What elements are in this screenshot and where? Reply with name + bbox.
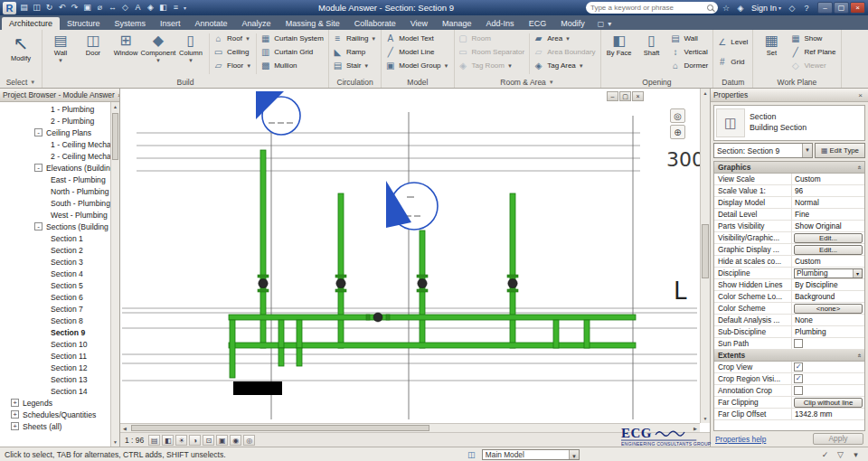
revit-app-button[interactable]: R <box>3 2 16 14</box>
search-icon[interactable] <box>707 5 713 11</box>
ribbon-button[interactable]: ◈ Tag Room ▼ <box>457 59 528 72</box>
property-value[interactable]: None <box>794 315 813 325</box>
tree-item[interactable]: Section 8 <box>0 315 119 326</box>
property-value[interactable]: Plumbing <box>794 327 826 336</box>
tree-item[interactable]: - Sections (Building Section) <box>0 221 119 232</box>
search-input[interactable] <box>590 4 704 12</box>
type-selector[interactable]: ◫ Section Building Section <box>713 105 865 141</box>
aligned-dimension-icon[interactable]: ↔ <box>107 2 118 14</box>
temporary-hide-icon[interactable]: ◉ <box>230 435 241 446</box>
tree-item[interactable]: + Legends <box>0 397 119 409</box>
scrollbar-thumb[interactable] <box>112 113 118 160</box>
scroll-down-icon[interactable]: ▼ <box>111 437 119 447</box>
plumbing-pipes[interactable] <box>229 150 636 378</box>
open-icon[interactable]: ▤ <box>18 2 30 14</box>
view-minimize-button[interactable]: – <box>607 91 618 101</box>
select-options-icon[interactable]: ▾ <box>850 450 862 459</box>
properties-title[interactable]: Properties× <box>711 89 868 102</box>
ribbon-button[interactable]: ↕ Vertical <box>669 45 712 59</box>
property-value[interactable]: Fine <box>794 210 809 219</box>
tree-item[interactable]: Section 14 <box>0 385 119 397</box>
editable-only-icon[interactable]: ✓ <box>819 450 831 459</box>
shadows-icon[interactable]: ◑ <box>189 435 201 446</box>
filled-region[interactable] <box>233 381 282 395</box>
tree-expander-icon[interactable]: - <box>34 222 42 230</box>
ribbon-button[interactable]: ▦ Curtain System <box>259 32 326 45</box>
tree-expander-icon[interactable]: - <box>34 164 42 172</box>
ribbon-button[interactable]: ▯ Shaft <box>636 32 668 57</box>
ribbon-tab[interactable]: Add-Ins <box>479 17 522 30</box>
view-scale-button[interactable]: 1 : 96 <box>125 436 144 445</box>
property-value-button[interactable]: Clip without line <box>794 398 863 408</box>
collapse-icon[interactable]: « <box>854 353 863 357</box>
tree-item[interactable]: East - Plumbing <box>0 174 119 185</box>
tree-expander-icon[interactable]: + <box>11 399 19 407</box>
tree-item[interactable]: South - Plumbing <box>0 197 119 209</box>
ribbon-tab[interactable]: Manage <box>435 17 479 30</box>
tree-item[interactable]: Section 9 <box>0 326 119 338</box>
select-panel-label[interactable]: Select▼ <box>0 76 42 88</box>
tree-item[interactable]: Section 3 <box>0 256 119 268</box>
property-checkbox[interactable] <box>794 339 803 348</box>
property-value-dropdown[interactable]: Plumbing <box>794 268 863 278</box>
property-checkbox[interactable]: ✓ <box>794 374 803 383</box>
tree-item[interactable]: + Sheets (all) <box>0 420 119 432</box>
undo-icon[interactable]: ↶ <box>56 2 68 14</box>
modify-button[interactable]: ↖ Modify <box>2 32 40 62</box>
edit-type-button[interactable]: ▦ Edit Type <box>815 143 865 158</box>
thin-lines-icon[interactable]: ≡ <box>170 2 182 14</box>
ribbon-button[interactable]: ◣ Ramp <box>331 45 379 59</box>
property-value[interactable]: 1342.8 mm <box>794 409 833 419</box>
ribbon-button[interactable]: ▯ Column ▼ <box>175 32 207 64</box>
ribbon-button[interactable]: ▥ Curtain Grid <box>259 45 326 59</box>
ribbon-button[interactable]: ▩ Mullion <box>259 59 326 72</box>
tree-expander-icon[interactable]: + <box>11 422 19 430</box>
ribbon-button[interactable]: A Model Text <box>383 32 451 45</box>
ribbon-tab[interactable]: ECG <box>522 17 554 30</box>
help-icon[interactable]: ? <box>800 4 813 13</box>
properties-help-link[interactable]: Properties help <box>715 435 766 444</box>
element-selector-dropdown[interactable]: Section: Section 9 ▼ <box>713 143 813 158</box>
ribbon-button[interactable]: ◫ Door <box>77 32 109 64</box>
property-value[interactable]: Background <box>794 292 835 301</box>
tree-item[interactable]: + Schedules/Quantities <box>0 409 119 420</box>
section-marker-middle[interactable] <box>386 181 438 230</box>
collapse-icon[interactable]: « <box>854 165 863 169</box>
dimension-text[interactable]: 300 <box>666 148 700 171</box>
tree-item[interactable]: North - Plumbing <box>0 185 119 197</box>
browser-scrollbar[interactable]: ▲ ▼ <box>110 102 119 447</box>
property-value[interactable]: 96 <box>794 186 803 195</box>
ribbon-button[interactable]: ▭ Ceiling <box>212 45 254 59</box>
group-header-graphics[interactable]: Graphics« <box>714 162 864 174</box>
ribbon-button[interactable]: ⌂ Dormer <box>669 59 712 72</box>
tag-icon[interactable]: ◇ <box>119 2 131 14</box>
close-icon[interactable]: × <box>855 91 865 99</box>
property-value-button[interactable]: Edit... <box>794 233 863 243</box>
ribbon-tab[interactable]: Analyze <box>235 17 278 30</box>
ribbon-tab[interactable]: Architecture <box>2 17 60 30</box>
ribbon-tab[interactable]: Structure <box>60 17 108 30</box>
worksets-icon[interactable]: ◫ <box>466 450 477 459</box>
tree-item[interactable]: Section 13 <box>0 373 119 385</box>
redo-icon[interactable]: ↷ <box>69 2 80 14</box>
property-value[interactable]: Custom <box>794 174 821 183</box>
property-checkbox[interactable]: ✓ <box>794 362 803 372</box>
tree-item[interactable]: Section 1 <box>0 232 119 244</box>
ribbon-button[interactable]: ◧ By Face <box>603 32 636 57</box>
property-value[interactable]: Normal <box>794 198 819 207</box>
tree-item[interactable]: Section 5 <box>0 279 119 291</box>
tree-item[interactable]: 2 - Plumbing <box>0 115 119 127</box>
panel-toggle-icon[interactable]: ▢ <box>598 20 605 28</box>
favorites-icon[interactable]: ☆ <box>720 4 732 13</box>
tree-item[interactable]: Section 11 <box>0 350 119 362</box>
scrollbar-thumb[interactable] <box>702 224 709 278</box>
ribbon-button[interactable]: ◇ Viewer <box>788 59 838 72</box>
ribbon-button[interactable]: ╱ Ref Plane <box>788 45 838 59</box>
tree-item[interactable]: 1 - Plumbing <box>0 103 119 115</box>
ribbon-button[interactable]: ◈ Tag Area ▼ <box>532 59 598 72</box>
section-marker-top[interactable] <box>256 91 300 135</box>
tree-item[interactable]: Section 6 <box>0 291 119 303</box>
view-close-button[interactable]: × <box>632 91 644 101</box>
steering-wheel-icon[interactable]: ◎ <box>670 108 685 123</box>
filter-icon[interactable]: ▽ <box>835 450 846 459</box>
